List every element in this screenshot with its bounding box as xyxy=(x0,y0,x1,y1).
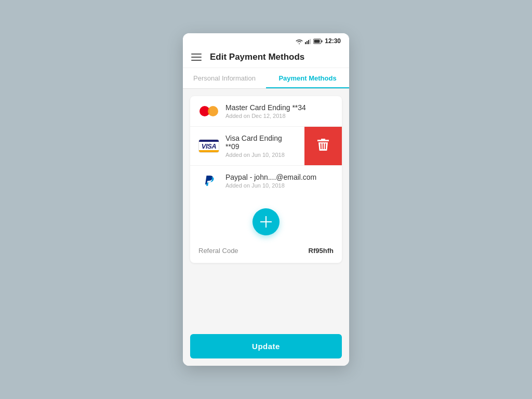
phone-shell: 12:30 Edit Payment Methods Personal Info… xyxy=(183,33,349,366)
referral-label: Referal Code xyxy=(198,247,238,255)
referral-row: Referal Code Rf95hfh xyxy=(190,241,342,263)
paypal-info: Paypal - john....@email.com Added on Jun… xyxy=(225,173,334,189)
payment-item-paypal[interactable]: Paypal - john....@email.com Added on Jun… xyxy=(190,166,342,196)
tabs-container: Personal Information Payment Methods xyxy=(183,68,349,89)
visa-icon: VISA xyxy=(198,139,219,153)
tab-personal-information[interactable]: Personal Information xyxy=(183,68,266,88)
mastercard-info: Master Card Ending **34 Added on Dec 12,… xyxy=(225,103,334,119)
wifi-icon xyxy=(296,38,303,44)
status-icons: 12:30 xyxy=(296,37,341,45)
svg-rect-6 xyxy=(314,39,320,43)
add-payment-button[interactable] xyxy=(252,208,280,235)
status-time: 12:30 xyxy=(325,37,341,45)
main-content: Master Card Ending **34 Added on Dec 12,… xyxy=(183,89,349,326)
top-bar: Edit Payment Methods xyxy=(183,47,349,68)
payment-item-mastercard[interactable]: Master Card Ending **34 Added on Dec 12,… xyxy=(190,96,342,127)
plus-icon xyxy=(260,216,272,228)
mastercard-date: Added on Dec 12, 2018 xyxy=(225,113,334,119)
mastercard-icon xyxy=(198,104,219,118)
delete-visa-button[interactable] xyxy=(304,127,342,165)
svg-rect-2 xyxy=(308,40,309,44)
status-bar: 12:30 xyxy=(183,33,349,47)
paypal-icon xyxy=(198,174,219,188)
mastercard-name: Master Card Ending **34 xyxy=(225,103,334,112)
update-button[interactable]: Update xyxy=(190,334,342,358)
trash-icon xyxy=(317,139,329,153)
payment-list: Master Card Ending **34 Added on Dec 12,… xyxy=(190,96,342,196)
svg-rect-1 xyxy=(307,41,308,44)
visa-info: Visa Card Ending **09 Added on Jun 10, 2… xyxy=(225,134,296,158)
tab-payment-methods[interactable]: Payment Methods xyxy=(266,68,349,88)
payment-card: Master Card Ending **34 Added on Dec 12,… xyxy=(190,96,342,263)
visa-content: VISA Visa Card Ending **09 Added on Jun … xyxy=(190,127,304,165)
referral-value: Rf95hfh xyxy=(309,247,334,255)
payment-item-visa[interactable]: VISA Visa Card Ending **09 Added on Jun … xyxy=(190,127,342,166)
visa-date: Added on Jun 10, 2018 xyxy=(225,152,296,158)
add-section xyxy=(190,196,342,241)
signal-icon xyxy=(305,38,311,44)
svg-rect-3 xyxy=(310,39,311,44)
svg-rect-0 xyxy=(305,42,306,44)
paypal-name: Paypal - john....@email.com xyxy=(225,173,334,181)
visa-name: Visa Card Ending **09 xyxy=(225,134,296,151)
battery-icon xyxy=(313,38,323,44)
update-section: Update xyxy=(183,326,349,366)
hamburger-menu-icon[interactable] xyxy=(191,54,202,61)
paypal-date: Added on Jun 10, 2018 xyxy=(225,182,334,189)
svg-rect-5 xyxy=(322,40,323,42)
page-title: Edit Payment Methods xyxy=(210,52,304,62)
